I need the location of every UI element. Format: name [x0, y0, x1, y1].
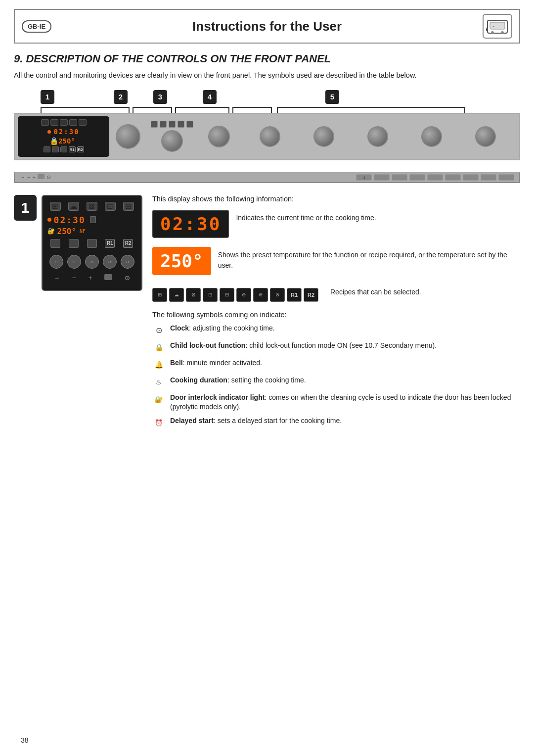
svg-point-3: [501, 31, 504, 34]
door-interlock-icon: 🔐: [152, 393, 165, 406]
time-display-box: 02:30: [152, 210, 229, 238]
recipe-icons: ⊞ ☁ ⊠ ⊡ ⊟ ⊛ ⊕ ⊗ R1 R2: [152, 288, 318, 302]
bell-icon: 🔔: [152, 359, 165, 372]
clock-icon: ⊙: [152, 324, 165, 337]
panel-label-2: 2: [114, 90, 128, 104]
section-intro: All the control and monitoring devices a…: [14, 70, 520, 81]
knob-6[interactable]: [367, 126, 388, 147]
appliance-icon: ~: [483, 14, 512, 39]
symbol-doorlock: 🔐 Door interlock indicator light: comes …: [152, 393, 520, 412]
following-symbols-header: The following symbols coming on indicate…: [152, 311, 520, 319]
knob-8[interactable]: [475, 126, 496, 147]
symbol-clock: ⊙ Clock: adjusting the cooking time.: [152, 324, 520, 337]
temp-description: Shows the preset temperature for the fun…: [218, 247, 520, 271]
display-panel-mockup: ⊞ ☁ ⊠ ⊡ ⊟ 02:30 🔐 250°: [42, 195, 142, 291]
page-number: 38: [21, 736, 29, 744]
knob-5[interactable]: [313, 126, 334, 147]
recipes-row: ⊞ ☁ ⊠ ⊡ ⊟ ⊛ ⊕ ⊗ R1 R2 Recipes that can b…: [152, 284, 520, 306]
symbol-childlock: 🔒 Child lock-out function: child lock-ou…: [152, 341, 520, 354]
panel-label-4: 4: [203, 90, 217, 104]
panel-label-1: 1: [41, 90, 54, 104]
main-content: 9. DESCRIPTION OF THE CONTROLS ON THE FR…: [14, 52, 520, 433]
panel-diagram: 1 2 3 4 5: [14, 90, 520, 183]
header: GB-IE Instructions for the User ~: [14, 9, 520, 44]
panel-label-5: 5: [325, 90, 339, 104]
temp-display-row: 250° Shows the preset temperature for th…: [152, 247, 520, 279]
panel-label-3: 3: [153, 90, 167, 104]
section-badge: 1: [14, 195, 37, 221]
display-mockup-area: 1 ⊞ ☁ ⊠ ⊡ ⊟ 02:30: [14, 195, 142, 433]
knob-1[interactable]: [116, 124, 140, 149]
time-description: Indicates the current time or the cookin…: [236, 210, 520, 223]
temp-display-box: 250°: [152, 247, 211, 275]
svg-point-2: [491, 31, 494, 34]
symbol-list: ⊙ Clock: adjusting the cooking time. 🔒 C…: [152, 324, 520, 429]
knob-4[interactable]: [260, 126, 280, 147]
childlock-icon: 🔒: [152, 341, 165, 354]
knob-7[interactable]: [421, 126, 442, 147]
symbol-delayed-start: ⏰ Delayed start: sets a delayed start fo…: [152, 416, 520, 429]
page-title: Instructions for the User: [51, 19, 483, 34]
knob-3[interactable]: [208, 126, 230, 147]
symbol-cooking: ♨ Cooking duration: setting the cooking …: [152, 376, 520, 389]
svg-text:~: ~: [492, 24, 495, 29]
knob-2[interactable]: [161, 130, 183, 152]
cooking-duration-icon: ♨: [152, 376, 165, 389]
symbol-bell: 🔔 Bell: minute minder activated.: [152, 358, 520, 372]
section-title: 9. DESCRIPTION OF THE CONTROLS ON THE FR…: [14, 52, 520, 65]
recipes-description: Recipes that can be selected.: [325, 284, 520, 297]
display-description-text: This display shows the following informa…: [152, 195, 520, 433]
delayed-start-icon: ⏰: [152, 417, 165, 429]
front-panel-image: 02:30 🔒 250° R1 R2: [14, 113, 520, 160]
display-info-header: This display shows the following informa…: [152, 195, 520, 203]
language-badge: GB-IE: [22, 20, 51, 33]
section1-description: 1 ⊞ ☁ ⊠ ⊡ ⊟ 02:30: [14, 195, 520, 433]
time-display-row: 02:30 Indicates the current time or the …: [152, 210, 520, 242]
